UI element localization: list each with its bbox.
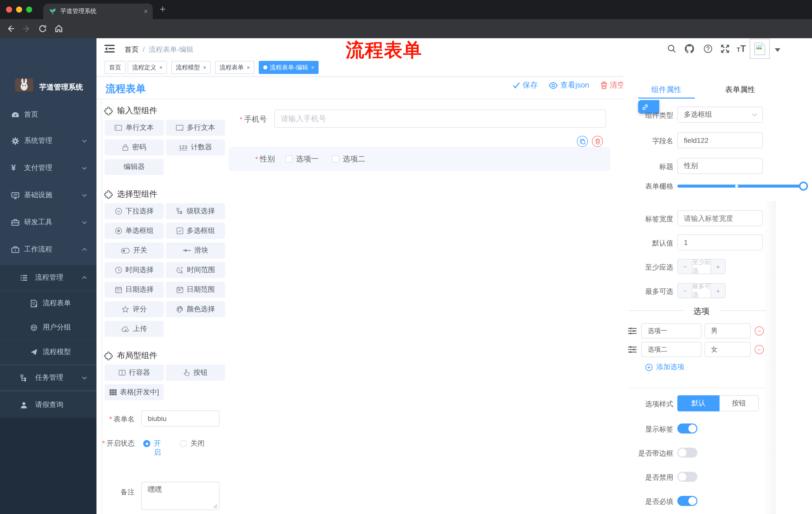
- tab-close-icon[interactable]: ×: [144, 7, 148, 15]
- required-toggle[interactable]: [677, 496, 697, 506]
- tag-close-icon[interactable]: ×: [203, 64, 206, 71]
- sidebar-item-home[interactable]: 首页: [0, 102, 96, 127]
- remove-option-icon[interactable]: −: [755, 345, 764, 354]
- drag-handle-icon[interactable]: [628, 327, 637, 335]
- label-width-input[interactable]: [677, 210, 763, 226]
- option2-label-input[interactable]: [641, 342, 701, 357]
- minus-icon[interactable]: −: [678, 283, 692, 298]
- sidebar-item-process-mgmt[interactable]: 流程管理: [0, 265, 96, 290]
- help-icon[interactable]: [703, 44, 713, 53]
- radio-off[interactable]: [180, 440, 187, 447]
- tag-close-icon[interactable]: ×: [311, 64, 314, 71]
- palette-item-radio-group[interactable]: 单选框组: [105, 223, 164, 239]
- palette-item-upload[interactable]: 上传: [105, 321, 164, 337]
- forward-icon[interactable]: [22, 24, 31, 33]
- sidebar-item-leave-query[interactable]: 请假查询: [0, 392, 96, 418]
- traffic-close-button[interactable]: [6, 6, 12, 12]
- search-icon[interactable]: [667, 44, 676, 53]
- title-input[interactable]: [677, 158, 763, 174]
- palette-item-single-text[interactable]: 单行文本: [105, 120, 164, 136]
- browser-tab[interactable]: 芋道管理系统 ×: [43, 3, 153, 19]
- tag-home[interactable]: 首页: [105, 61, 126, 74]
- form-remark-textarea[interactable]: 嘿嘿: [141, 482, 220, 510]
- palette-item-switch[interactable]: 开关: [105, 242, 164, 259]
- component-type-select[interactable]: 多选框组: [677, 107, 763, 123]
- palette-item-row-container[interactable]: 行容器: [105, 364, 164, 381]
- gender-option2-label[interactable]: 选项二: [343, 154, 365, 164]
- max-select-stepper[interactable]: − 最多可选 +: [677, 283, 726, 298]
- palette-item-counter[interactable]: 123 计数器: [166, 139, 225, 155]
- sidebar-item-system[interactable]: 系统管理: [0, 128, 96, 154]
- sidebar-item-process-form[interactable]: 流程表单: [0, 291, 96, 315]
- disabled-toggle[interactable]: [677, 472, 697, 482]
- option1-value-input[interactable]: [704, 323, 751, 339]
- palette-item-time-range[interactable]: 时间范围: [166, 262, 225, 278]
- option2-value-input[interactable]: [704, 342, 751, 357]
- palette-item-date-picker[interactable]: 日期选择: [105, 282, 164, 298]
- save-button[interactable]: 保存: [513, 80, 538, 90]
- gender-option1-label[interactable]: 选项一: [296, 154, 319, 164]
- border-toggle[interactable]: [677, 448, 697, 458]
- view-json-button[interactable]: 查看json: [549, 80, 589, 90]
- palette-item-rate[interactable]: 评分: [105, 301, 164, 317]
- palette-item-time-picker[interactable]: 时间选择: [105, 262, 164, 278]
- add-option-button[interactable]: 添加选项: [645, 362, 685, 372]
- palette-item-password[interactable]: 密码: [105, 139, 164, 155]
- palette-item-cascader[interactable]: 级联选择: [166, 203, 225, 219]
- tab-component-props[interactable]: 组件属性: [651, 85, 682, 94]
- fullscreen-icon[interactable]: [721, 44, 730, 53]
- show-label-toggle[interactable]: [677, 424, 697, 434]
- tag-process-form-edit[interactable]: 流程表单-编辑×: [259, 61, 319, 74]
- plus-icon[interactable]: +: [711, 283, 725, 298]
- avatar-caret-icon[interactable]: [775, 48, 780, 52]
- delete-component-button[interactable]: [592, 136, 603, 147]
- sidebar-item-infra[interactable]: 基础设施: [0, 183, 96, 208]
- palette-item-select[interactable]: 下拉选择: [105, 203, 164, 219]
- style-button-button[interactable]: 按钮: [720, 395, 759, 411]
- remove-option-icon[interactable]: −: [755, 326, 764, 335]
- breadcrumb-home[interactable]: 首页: [125, 45, 139, 54]
- sidebar-item-process-model[interactable]: 流程模型: [0, 340, 96, 364]
- traffic-zoom-button[interactable]: [26, 6, 32, 12]
- reload-icon[interactable]: [38, 24, 47, 33]
- palette-item-editor[interactable]: 编辑器: [105, 159, 164, 175]
- min-select-stepper[interactable]: − 至少应选 +: [677, 259, 726, 274]
- radio-on-label[interactable]: 开启: [154, 439, 161, 457]
- tag-process-form[interactable]: 流程表单×: [215, 61, 255, 74]
- user-avatar[interactable]: [750, 39, 770, 59]
- sidebar-item-devtools[interactable]: 研发工具: [0, 210, 96, 235]
- plus-icon[interactable]: +: [711, 260, 725, 274]
- form-canvas[interactable]: * 手机号 请输入手机号 * 性别 选项一 选项二: [226, 99, 623, 514]
- option1-label-input[interactable]: [641, 323, 701, 339]
- palette-item-textarea[interactable]: 多行文本: [166, 120, 225, 136]
- drag-handle-icon[interactable]: [628, 346, 637, 354]
- gender-option1-checkbox[interactable]: [285, 155, 292, 162]
- copy-component-button[interactable]: [577, 136, 588, 147]
- style-default-button[interactable]: 默认: [677, 395, 720, 411]
- palette-item-color-picker[interactable]: 颜色选择: [166, 301, 225, 317]
- selected-component-gender[interactable]: * 性别 选项一 选项二: [229, 147, 610, 171]
- slider-handle[interactable]: [799, 182, 808, 191]
- minus-icon[interactable]: −: [678, 260, 692, 274]
- palette-item-table[interactable]: 表格[开发中]: [105, 384, 164, 400]
- font-size-icon[interactable]: TT: [736, 44, 746, 54]
- sidebar-logo-row[interactable]: 芋道管理系统: [0, 78, 96, 96]
- new-tab-icon[interactable]: +: [160, 3, 166, 15]
- sidebar-item-workflow[interactable]: 工作流程: [0, 237, 96, 262]
- back-icon[interactable]: [6, 24, 15, 33]
- form-name-input[interactable]: [141, 410, 220, 427]
- tag-process-definition[interactable]: 流程定义×: [127, 61, 167, 74]
- home-icon[interactable]: [54, 24, 63, 33]
- resize-handle-icon[interactable]: [213, 504, 218, 509]
- sidebar-item-task-mgmt[interactable]: 任务管理: [0, 366, 96, 390]
- clear-button[interactable]: 清空: [600, 80, 625, 90]
- tag-close-icon[interactable]: ×: [159, 64, 163, 71]
- radio-on[interactable]: [143, 440, 150, 447]
- tab-form-props[interactable]: 表单属性: [725, 85, 755, 94]
- github-icon[interactable]: [685, 44, 694, 54]
- field-name-input[interactable]: [677, 132, 763, 148]
- sidebar-item-user-group[interactable]: 用户分组: [0, 315, 96, 340]
- default-value-input[interactable]: [677, 234, 763, 250]
- gender-option2-checkbox[interactable]: [332, 155, 339, 162]
- traffic-minimize-button[interactable]: [16, 6, 22, 12]
